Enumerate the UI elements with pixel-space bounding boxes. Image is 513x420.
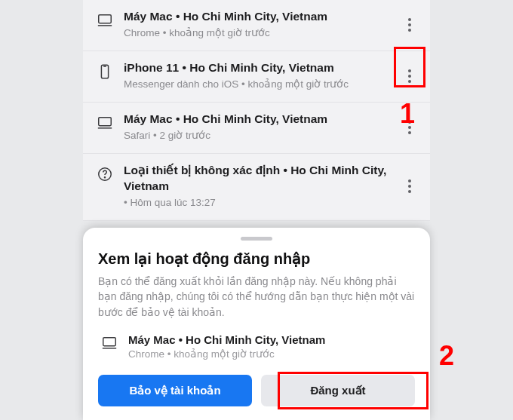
- review-login-sheet: Xem lại hoạt động đăng nhập Bạn có thể đ…: [83, 228, 430, 420]
- more-menu-icon[interactable]: [400, 18, 419, 32]
- device-text: Loại thiết bị không xác định • Ho Chi Mi…: [116, 163, 400, 210]
- sheet-handle[interactable]: [241, 237, 272, 241]
- device-list: Máy Mac • Ho Chi Minh City, Vietnam Chro…: [83, 0, 430, 221]
- device-text: Máy Mac • Ho Chi Minh City, Vietnam Safa…: [116, 112, 400, 143]
- screen: Máy Mac • Ho Chi Minh City, Vietnam Chro…: [0, 0, 513, 420]
- device-title: Loại thiết bị không xác định • Ho Chi Mi…: [124, 163, 394, 195]
- device-sub: Chrome • khoảng một giờ trước: [128, 348, 409, 360]
- phone-icon: [94, 60, 116, 80]
- more-menu-icon[interactable]: [400, 69, 419, 83]
- annotation-number-2: 2: [439, 340, 454, 372]
- sheet-title: Xem lại hoạt động đăng nhập: [98, 250, 415, 268]
- logout-button[interactable]: Đăng xuất: [261, 375, 415, 406]
- unknown-device-icon: [94, 163, 116, 182]
- svg-rect-8: [103, 338, 116, 346]
- sheet-device-row: Máy Mac • Ho Chi Minh City, Vietnam Chro…: [98, 333, 415, 360]
- device-row[interactable]: Máy Mac • Ho Chi Minh City, Vietnam Safa…: [83, 103, 430, 154]
- svg-rect-0: [99, 15, 112, 23]
- device-title: Máy Mac • Ho Chi Minh City, Vietnam: [124, 9, 394, 25]
- device-sub: • Hôm qua lúc 13:27: [124, 196, 394, 210]
- device-text: Máy Mac • Ho Chi Minh City, Vietnam Chro…: [121, 333, 415, 360]
- desktop-icon: [94, 9, 116, 29]
- svg-rect-2: [101, 65, 108, 78]
- device-sub: Safari • 2 giờ trước: [124, 129, 394, 143]
- device-row[interactable]: Loại thiết bị không xác định • Ho Chi Mi…: [83, 154, 430, 221]
- desktop-icon: [94, 112, 116, 131]
- device-text: iPhone 11 • Ho Chi Minh City, Vietnam Me…: [116, 60, 400, 91]
- device-title: Máy Mac • Ho Chi Minh City, Vietnam: [124, 112, 394, 127]
- svg-point-7: [104, 177, 105, 178]
- device-row[interactable]: iPhone 11 • Ho Chi Minh City, Vietnam Me…: [83, 51, 430, 103]
- device-title: Máy Mac • Ho Chi Minh City, Vietnam: [128, 333, 409, 346]
- device-text: Máy Mac • Ho Chi Minh City, Vietnam Chro…: [116, 9, 400, 40]
- device-title: iPhone 11 • Ho Chi Minh City, Vietnam: [124, 60, 394, 76]
- svg-rect-4: [99, 118, 112, 126]
- more-menu-icon[interactable]: [400, 121, 419, 134]
- protect-account-button[interactable]: Bảo vệ tài khoản: [98, 375, 252, 406]
- device-row[interactable]: Máy Mac • Ho Chi Minh City, Vietnam Chro…: [83, 0, 430, 51]
- sheet-description: Bạn có thể đăng xuất khỏi lần đăng nhập …: [98, 274, 415, 320]
- device-sub: Messenger dành cho iOS • khoảng một giờ …: [124, 78, 394, 91]
- more-menu-icon[interactable]: [400, 179, 419, 193]
- device-sub: Chrome • khoảng một giờ trước: [124, 26, 394, 40]
- sheet-buttons: Bảo vệ tài khoản Đăng xuất: [98, 375, 415, 406]
- desktop-icon: [98, 333, 121, 351]
